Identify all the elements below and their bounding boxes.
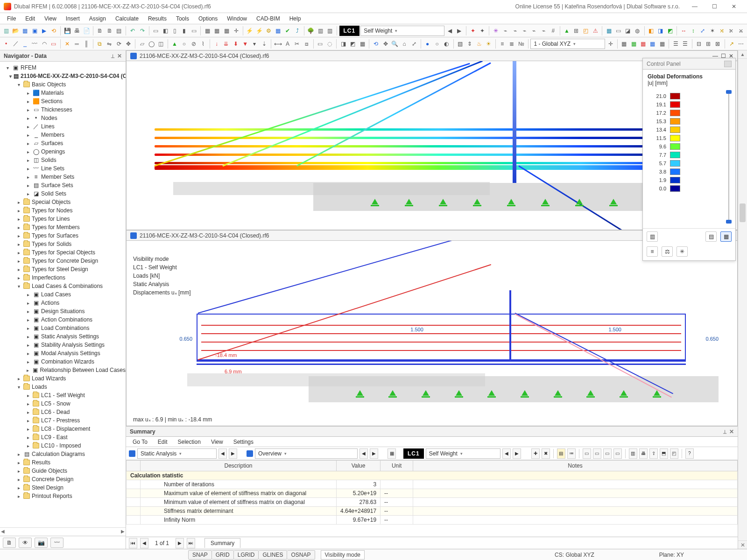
model-check-icon[interactable]: ⟲ xyxy=(49,26,58,36)
open-icon[interactable]: 📂 xyxy=(11,26,20,36)
nav-camera-icon[interactable]: 📷 xyxy=(35,538,48,548)
tree-item[interactable]: ▸LC8 - Displacement xyxy=(3,425,126,433)
arrow-tool-icon[interactable]: ↗ xyxy=(727,39,735,49)
summary-tool-h2-icon[interactable]: ≔ xyxy=(567,448,576,459)
axis-misc3-icon[interactable]: ⤪ xyxy=(727,26,735,36)
node-icon[interactable]: • xyxy=(2,39,10,49)
table-row[interactable]: Infinity Norm 9.67e+19-- xyxy=(127,516,738,525)
cp-tab-colors-icon[interactable]: ≡ xyxy=(647,246,658,257)
tree-basic-objects[interactable]: ▾Basic Objects xyxy=(3,80,126,89)
tree-item[interactable]: ▸▣Load Cases xyxy=(3,290,126,299)
scroll-close-icon[interactable]: ✕ xyxy=(738,540,747,549)
navigator-pin-icon[interactable]: ⟂ xyxy=(111,53,114,59)
colors-icon[interactable]: ▧ xyxy=(456,39,464,49)
save-icon[interactable]: ▦ xyxy=(21,26,29,36)
printout-report-icon[interactable]: 📄 xyxy=(82,26,91,36)
tree-item[interactable]: ▸▣Static Analysis Settings xyxy=(3,332,126,341)
solid2-icon[interactable]: ◫ xyxy=(157,39,165,49)
warn-icon[interactable]: ⚠ xyxy=(591,26,599,36)
release-icon[interactable]: ⊘ xyxy=(189,39,197,49)
summary-unknown-btn[interactable]: ▦ xyxy=(388,448,396,459)
flame-icon[interactable]: ♨ xyxy=(475,39,483,49)
table-row[interactable]: Number of iterations 3 xyxy=(127,480,738,489)
optimize-icon[interactable]: ⤴ xyxy=(293,26,301,36)
arc-icon[interactable]: ◠ xyxy=(40,39,48,49)
table-row[interactable]: Stiffness matrix determinant 4.64e+24891… xyxy=(127,507,738,516)
diag5-icon[interactable]: ⌁ xyxy=(539,26,548,36)
side-view-icon[interactable]: ▮ xyxy=(180,26,189,36)
summary-tool-e3-icon[interactable]: ⇪ xyxy=(649,448,658,459)
page-first[interactable]: ⏮ xyxy=(129,538,137,548)
menu-window[interactable]: Window xyxy=(223,14,251,23)
render-trans-icon[interactable]: ◐ xyxy=(442,39,451,49)
layer2-icon[interactable]: ☰ xyxy=(681,39,689,49)
summary-tool-h1-icon[interactable]: ▤ xyxy=(557,448,565,459)
box-icon[interactable]: ◰ xyxy=(581,26,590,36)
tree-item[interactable]: ▸▱Surfaces xyxy=(3,139,126,147)
summary-type-prev[interactable]: ◀ xyxy=(218,448,227,459)
sections-icon[interactable]: ⊞ xyxy=(572,26,580,36)
tree-item[interactable]: ▸LC6 - Dead xyxy=(3,408,126,416)
save-as-icon[interactable]: 💾 xyxy=(63,26,71,36)
nav-display-icon[interactable]: ▥ xyxy=(316,26,324,36)
summary-mode-dropdown[interactable]: Overview xyxy=(255,448,358,459)
load-free-icon[interactable]: ⇣ xyxy=(260,39,268,49)
render-wire-icon[interactable]: ○ xyxy=(433,39,441,49)
tree-item[interactable]: ▸Types for Lines xyxy=(3,215,126,223)
coord-btn-icon[interactable]: ✛ xyxy=(606,39,614,49)
axis-x-icon[interactable]: ↔ xyxy=(679,26,688,36)
summary-tool-e1-icon[interactable]: ▥ xyxy=(629,448,637,459)
control-panel-close-icon[interactable] xyxy=(724,61,732,67)
page-last[interactable]: ⏭ xyxy=(187,538,195,548)
axo-icon[interactable]: ◧ xyxy=(161,26,169,36)
calc-all-icon[interactable]: ⚡ xyxy=(255,26,263,36)
clip-icon[interactable]: ⧈ xyxy=(303,39,311,49)
redo-icon[interactable]: ↷ xyxy=(138,26,146,36)
control-panel-title[interactable]: Control Panel xyxy=(643,58,735,70)
tree-item[interactable]: ▸▣Modal Analysis Settings xyxy=(3,349,126,357)
summary-lc-dropdown[interactable]: Self Weight xyxy=(426,448,500,459)
zoom-all-icon[interactable]: ⤢ xyxy=(409,39,418,49)
rotate-icon[interactable]: ⟳ xyxy=(114,39,123,49)
menu-help[interactable]: Help xyxy=(285,14,305,23)
menu-calculate[interactable]: Calculate xyxy=(111,14,143,23)
members-show-icon[interactable]: ≣ xyxy=(507,39,516,49)
navigator-tree[interactable]: ▾▣RFEM ▾▤21106-MCE-XX-ZZ-M3-C-2010-S4-C0… xyxy=(0,62,126,527)
calc-icon[interactable]: ⚡ xyxy=(246,26,254,36)
number-icon[interactable]: № xyxy=(517,39,525,49)
page-next[interactable]: ▶ xyxy=(176,538,184,548)
tree-item[interactable]: ▸▣Design Situations xyxy=(3,307,126,315)
grid-s5-icon[interactable]: ▦ xyxy=(658,39,666,49)
axis-misc4-icon[interactable]: ⤩ xyxy=(737,26,745,36)
member-icon[interactable]: ⎯ xyxy=(21,39,29,49)
summary-menu-view[interactable]: View xyxy=(206,438,228,446)
top-view-icon[interactable]: ▭ xyxy=(190,26,198,36)
summary-tool-g2-icon[interactable]: ▭ xyxy=(593,448,601,459)
summary-pin-icon[interactable]: ⟂ xyxy=(723,428,726,435)
vis1-icon[interactable]: ⊟ xyxy=(695,39,703,49)
table-row[interactable]: Minimum value of element of stiffness ma… xyxy=(127,498,738,507)
pan-icon[interactable]: ✥ xyxy=(381,39,389,49)
summary-tool1-icon[interactable]: ✚ xyxy=(531,448,540,459)
grid-s1-icon[interactable]: ▦ xyxy=(620,39,628,49)
menu-assign[interactable]: Assign xyxy=(85,14,110,23)
status-lgrid[interactable]: LGRID xyxy=(234,550,259,560)
supports-icon[interactable]: ▲ xyxy=(563,26,571,36)
tree-item[interactable]: ▸LC5 - Snow xyxy=(3,399,126,408)
summary-tool-e4-icon[interactable]: ⬒ xyxy=(660,448,668,459)
tree-item[interactable]: ▸▣Stability Analysis Settings xyxy=(3,341,126,349)
anim-icon[interactable]: ✳ xyxy=(492,26,500,36)
summary-mode-prev[interactable]: ◀ xyxy=(359,448,368,459)
summary-tool-g4-icon[interactable]: ▭ xyxy=(613,448,622,459)
status-grid[interactable]: GRID xyxy=(212,550,234,560)
rotate-view-icon[interactable]: ⟲ xyxy=(372,39,380,49)
diag2-icon[interactable]: ⌁ xyxy=(511,26,519,36)
load-line-icon[interactable]: ⬇ xyxy=(232,39,240,49)
tree-item[interactable]: ▸／Lines xyxy=(3,122,126,131)
lgrid-icon[interactable]: ▦ xyxy=(222,26,231,36)
page-prev[interactable]: ◀ xyxy=(140,538,148,548)
tree-item[interactable]: ▸Types for Special Objects xyxy=(3,248,126,257)
results-deform-icon[interactable]: ✦ xyxy=(478,26,486,36)
axis-misc2-icon[interactable]: ⤨ xyxy=(718,26,726,36)
control-panel[interactable]: Control Panel Global Deformations |u| [m… xyxy=(642,58,736,261)
